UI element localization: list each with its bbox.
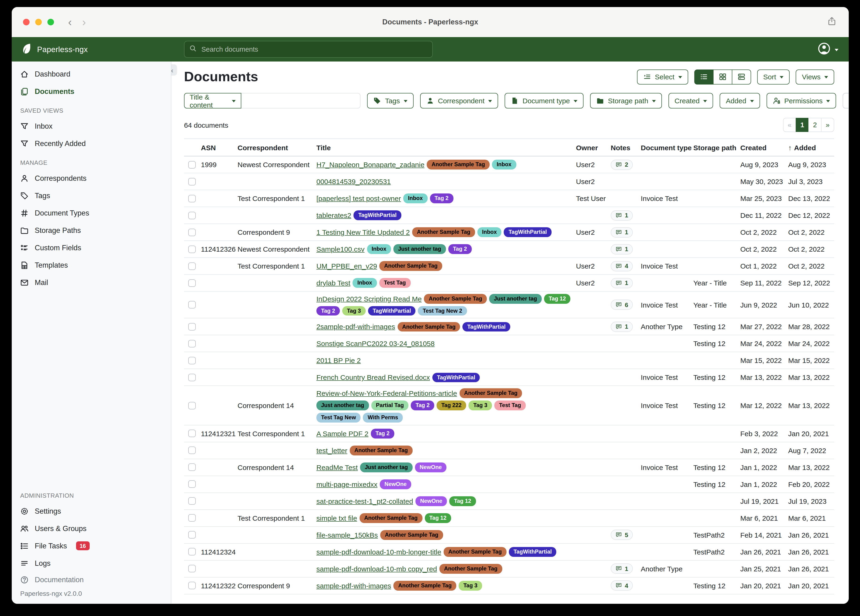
sidebar-item-inbox[interactable]: Inbox xyxy=(12,117,171,135)
sidebar-item-documents[interactable]: Documents xyxy=(12,83,171,100)
sidebar-item-storage-paths[interactable]: Storage Paths xyxy=(12,222,171,239)
sidebar-item-custom-fields[interactable]: Custom Fields xyxy=(12,239,171,256)
document-title-link[interactable]: sample-pdf-download-10-mb-longer-title xyxy=(316,548,441,556)
filter-field-select[interactable]: Title & content xyxy=(184,93,241,108)
column-header-created[interactable]: Created xyxy=(740,143,788,151)
document-title-link[interactable]: multi-page-mixedxx xyxy=(316,480,377,488)
tag-pill[interactable]: Inbox xyxy=(403,193,427,203)
document-title-link[interactable]: UM_PPBE_en_v29 xyxy=(316,262,377,270)
tag-pill[interactable]: Tag 2 xyxy=(430,193,453,203)
document-title-link[interactable]: ReadMe Test xyxy=(316,463,358,471)
document-title-link[interactable]: Review-of-New-York-Federal-Petitions-art… xyxy=(316,390,457,398)
row-checkbox[interactable] xyxy=(188,212,196,219)
document-title-link[interactable]: [paperless] test post-owner xyxy=(316,194,401,202)
filter-tags[interactable]: Tags xyxy=(367,93,413,108)
column-header-owner[interactable]: Owner xyxy=(576,143,611,151)
row-checkbox[interactable] xyxy=(188,446,196,454)
tag-pill[interactable]: Another Sample Tag xyxy=(424,294,487,303)
tag-pill[interactable]: NewOne xyxy=(380,479,411,489)
sidebar-item-templates[interactable]: Templates xyxy=(12,256,171,274)
document-title-link[interactable]: French Country Bread Revised.docx xyxy=(316,374,430,382)
notes-badge[interactable]: 1 xyxy=(611,278,633,288)
tag-pill[interactable]: Inbox xyxy=(367,244,391,254)
row-checkbox[interactable] xyxy=(188,531,196,539)
document-title-link[interactable]: test_letter xyxy=(316,446,347,454)
filter-added[interactable]: Added xyxy=(720,93,760,108)
sidebar-item-document-types[interactable]: Document Types xyxy=(12,204,171,222)
row-checkbox[interactable] xyxy=(188,301,196,308)
tag-pill[interactable]: Tag 3 xyxy=(342,306,366,316)
tag-pill[interactable]: Inbox xyxy=(492,160,516,169)
document-title-link[interactable]: sample-pdf-download-10-mb copy_red xyxy=(316,564,437,573)
sort-button[interactable]: Sort xyxy=(757,69,789,84)
document-title-link[interactable]: Sample100.csv xyxy=(316,245,364,253)
notes-badge[interactable]: 1 xyxy=(611,210,633,220)
tag-pill[interactable]: Test Tag New 2 xyxy=(418,306,467,316)
document-title-link[interactable]: tablerates2 xyxy=(316,211,351,219)
row-checkbox[interactable] xyxy=(188,497,196,505)
pagination-first[interactable]: « xyxy=(783,118,796,132)
sidebar-collapse-button[interactable]: « xyxy=(171,64,177,75)
tag-pill[interactable]: With Perms xyxy=(363,413,403,422)
view-mode-list[interactable] xyxy=(694,69,713,84)
row-checkbox[interactable] xyxy=(188,178,196,185)
tag-pill[interactable]: Test Tag xyxy=(379,278,411,288)
notes-badge[interactable]: 2 xyxy=(611,159,633,170)
tag-pill[interactable]: TagWithPartial xyxy=(463,322,510,332)
filter-created[interactable]: Created xyxy=(669,93,713,108)
column-header-storage-path[interactable]: Storage path xyxy=(694,143,740,151)
document-title-link[interactable]: InDesign 2022 Scripting Read Me xyxy=(316,295,422,303)
tag-pill[interactable]: Tag 3 xyxy=(469,401,492,410)
column-header-document-type[interactable]: Document type xyxy=(641,143,694,151)
view-mode-cards[interactable] xyxy=(731,69,751,84)
sidebar-item-correspondents[interactable]: Correspondents xyxy=(12,170,171,187)
row-checkbox[interactable] xyxy=(188,262,196,270)
views-button[interactable]: Views xyxy=(796,69,835,84)
row-checkbox[interactable] xyxy=(188,402,196,409)
column-header-title[interactable]: Title xyxy=(316,143,576,151)
document-title-link[interactable]: 0004814539_20230531 xyxy=(316,178,391,185)
tag-pill[interactable]: Test Tag New xyxy=(316,413,361,422)
filter-correspondent[interactable]: Correspondent xyxy=(420,93,498,108)
document-title-link[interactable]: simple txt file xyxy=(316,514,357,522)
column-header-asn[interactable]: ASN xyxy=(201,143,237,151)
tag-pill[interactable]: NewOne xyxy=(415,462,446,472)
row-checkbox[interactable] xyxy=(188,340,196,347)
notes-badge[interactable]: 1 xyxy=(611,244,633,254)
row-checkbox[interactable] xyxy=(188,514,196,522)
column-header-correspondent[interactable]: Correspondent xyxy=(237,143,316,151)
tag-pill[interactable]: NewOne xyxy=(416,496,447,506)
notes-badge[interactable]: 4 xyxy=(611,580,633,591)
document-title-link[interactable]: sat-practice-test-1_pt2-collated xyxy=(316,497,413,505)
sidebar-item-logs[interactable]: Logs xyxy=(12,555,171,572)
row-checkbox[interactable] xyxy=(188,548,196,555)
tag-pill[interactable]: Just another tag xyxy=(316,401,369,410)
column-header-added[interactable]: ↑Added xyxy=(788,143,834,151)
tag-pill[interactable]: Tag 2 xyxy=(448,244,472,254)
row-checkbox[interactable] xyxy=(188,279,196,287)
tag-pill[interactable]: Another Sample Tag xyxy=(439,564,502,574)
tag-pill[interactable]: TagWithPartial xyxy=(504,227,552,237)
row-checkbox[interactable] xyxy=(188,464,196,471)
row-checkbox[interactable] xyxy=(188,161,196,168)
view-mode-grid[interactable] xyxy=(713,69,732,84)
tag-pill[interactable]: Tag 2 xyxy=(411,401,434,410)
tag-pill[interactable]: Another Sample Tag xyxy=(444,547,507,556)
tag-pill[interactable]: Tag 222 xyxy=(436,401,466,410)
row-checkbox[interactable] xyxy=(188,374,196,381)
pagination-page-1[interactable]: 1 xyxy=(796,118,809,132)
tag-pill[interactable]: Another Sample Tag xyxy=(397,322,460,332)
tag-pill[interactable]: Just another tag xyxy=(360,462,413,472)
pagination-last[interactable]: » xyxy=(821,118,834,132)
row-checkbox[interactable] xyxy=(188,430,196,437)
tag-pill[interactable]: TagWithPartial xyxy=(353,211,401,220)
tag-pill[interactable]: Inbox xyxy=(477,227,502,237)
row-checkbox[interactable] xyxy=(188,195,196,202)
search-input[interactable] xyxy=(201,45,428,53)
tag-pill[interactable]: Tag 2 xyxy=(371,429,394,438)
row-checkbox[interactable] xyxy=(188,357,196,365)
notes-badge[interactable]: 5 xyxy=(611,530,633,540)
tag-pill[interactable]: Another Sample Tag xyxy=(412,227,475,237)
tag-pill[interactable]: Tag 12 xyxy=(544,294,571,303)
sidebar-item-tags[interactable]: Tags xyxy=(12,187,171,204)
